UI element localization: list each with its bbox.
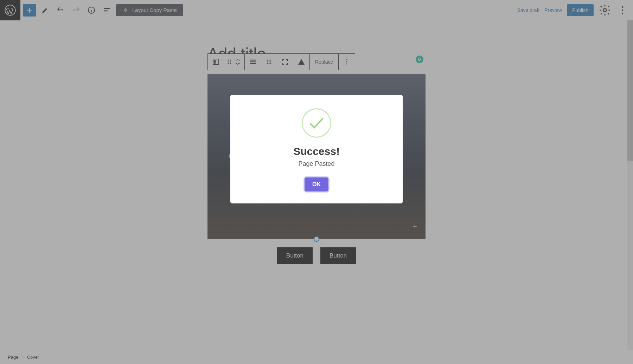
modal-overlay: Success! Page Pasted OK: [0, 0, 633, 364]
modal-message: Page Pasted: [241, 160, 392, 168]
modal-title: Success!: [241, 145, 392, 157]
success-modal: Success! Page Pasted OK: [230, 95, 403, 203]
modal-ok-button[interactable]: OK: [305, 177, 328, 191]
checkmark-icon: [308, 116, 325, 130]
success-icon-circle: [302, 108, 331, 138]
